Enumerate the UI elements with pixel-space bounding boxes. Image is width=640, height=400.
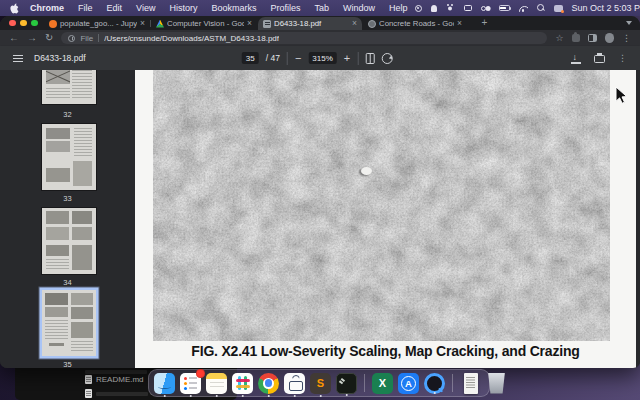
pdf-page-controls: 35 / 47 − 315% + bbox=[242, 46, 393, 70]
reload-button[interactable]: ↻ bbox=[45, 33, 53, 43]
minimize-window-button[interactable] bbox=[20, 20, 27, 27]
profile-avatar[interactable] bbox=[605, 33, 615, 43]
dock-finder-icon[interactable] bbox=[154, 373, 175, 394]
battery-icon[interactable] bbox=[499, 5, 510, 11]
apple-logo-icon[interactable] bbox=[10, 3, 19, 14]
zoom-level-input[interactable]: 315% bbox=[308, 52, 336, 64]
menu-item-profiles[interactable]: Profiles bbox=[263, 3, 307, 13]
tab-close-icon[interactable]: × bbox=[457, 19, 462, 28]
menu-item-chrome[interactable]: Chrome bbox=[23, 3, 71, 13]
macos-desktop: Chrome File Edit View History Bookmarks … bbox=[0, 0, 640, 400]
toolbar-actions: ☆ ⋮ bbox=[555, 33, 631, 43]
zoom-window-button[interactable] bbox=[31, 20, 38, 27]
tab-close-icon[interactable]: × bbox=[140, 19, 145, 28]
dock-excel-icon[interactable]: X bbox=[372, 373, 393, 394]
dock-slack-icon[interactable] bbox=[232, 373, 253, 394]
pdf-page: FIG. X2.41 Low-Severity Scaling, Map Cra… bbox=[135, 70, 636, 368]
menubar-clock[interactable]: Sun Oct 2 5:03 PM bbox=[572, 3, 640, 13]
dock-separator bbox=[452, 374, 453, 392]
dock-app-store-icon[interactable]: A bbox=[398, 373, 419, 394]
menu-item-edit[interactable]: Edit bbox=[100, 3, 130, 13]
thumbnail-label: 33 bbox=[0, 194, 135, 203]
fast-user-switch-icon[interactable] bbox=[554, 5, 563, 12]
dock-trash-icon[interactable] bbox=[486, 373, 507, 394]
pdf-title: D6433-18.pdf bbox=[34, 53, 86, 63]
chrome-window: populate_goo... - JupyterLab × Computer … bbox=[0, 16, 640, 368]
glasses-icon[interactable] bbox=[481, 6, 490, 11]
tab-strip: populate_goo... - JupyterLab × Computer … bbox=[0, 16, 640, 30]
background-file-row[interactable]: README.md bbox=[85, 375, 144, 384]
zoom-out-button[interactable]: − bbox=[295, 53, 301, 64]
tab-goodroads[interactable]: Concrete Roads - GoodRoads × bbox=[363, 17, 467, 30]
page-total-label: / 47 bbox=[266, 53, 280, 63]
page-number-input[interactable]: 35 bbox=[242, 52, 259, 64]
paw-icon[interactable] bbox=[446, 4, 455, 12]
pdf-document-icon bbox=[263, 20, 271, 28]
extension-icon[interactable] bbox=[572, 34, 580, 42]
wifi-icon[interactable] bbox=[519, 5, 528, 12]
menu-bar: Chrome File Edit View History Bookmarks … bbox=[0, 0, 640, 16]
zoom-in-button[interactable]: + bbox=[344, 53, 350, 64]
toolbar-divider bbox=[287, 52, 288, 65]
url-divider bbox=[98, 34, 99, 42]
dock-notes-icon[interactable] bbox=[206, 373, 227, 394]
close-window-button[interactable] bbox=[9, 20, 16, 27]
white-speck bbox=[361, 167, 372, 175]
dock-terminal-icon[interactable] bbox=[336, 373, 357, 394]
dock: S X A bbox=[148, 369, 490, 397]
pdf-viewport: FIG. X2.41 Low-Severity Scaling, Map Cra… bbox=[135, 70, 640, 368]
background-file-row-partial bbox=[85, 370, 147, 374]
display-icon[interactable] bbox=[464, 5, 472, 11]
address-bar[interactable]: File /Users/cnsunde/Downloads/ASTM_D6433… bbox=[61, 32, 547, 44]
page-info-icon[interactable] bbox=[68, 35, 75, 42]
tab-google-drive[interactable]: Computer Vision - Google Dri × bbox=[151, 17, 257, 30]
concrete-surface-photo bbox=[153, 70, 610, 341]
new-tab-button[interactable]: + bbox=[478, 16, 491, 29]
browser-menu-icon[interactable]: ⋮ bbox=[622, 34, 631, 43]
file-icon bbox=[85, 375, 92, 384]
google-drive-icon bbox=[156, 20, 164, 28]
tab-close-icon[interactable]: × bbox=[352, 19, 357, 28]
dock-document-icon[interactable] bbox=[460, 373, 481, 394]
menu-item-file[interactable]: File bbox=[71, 3, 100, 13]
dock-chrome-icon[interactable] bbox=[258, 373, 279, 394]
tab-close-icon[interactable]: × bbox=[247, 19, 252, 28]
pdf-more-menu-icon[interactable]: ⋮ bbox=[618, 54, 627, 63]
side-panel-icon[interactable] bbox=[588, 34, 597, 42]
dock-sublime-text-icon[interactable]: S bbox=[310, 373, 331, 394]
menu-item-history[interactable]: History bbox=[162, 3, 204, 13]
dock-quicktime-icon[interactable] bbox=[424, 373, 445, 394]
rotate-icon[interactable] bbox=[381, 53, 392, 64]
tab-jupyterlab[interactable]: populate_goo... - JupyterLab × bbox=[44, 17, 150, 30]
menu-item-help[interactable]: Help bbox=[382, 3, 415, 13]
pdf-toolbar-actions: ⋮ bbox=[571, 53, 627, 64]
menu-item-bookmarks[interactable]: Bookmarks bbox=[204, 3, 263, 13]
menu-item-tab[interactable]: Tab bbox=[307, 3, 336, 13]
thumbnail-page-33[interactable] bbox=[42, 124, 96, 190]
thumbnail-label: 34 bbox=[0, 278, 135, 287]
thumbnail-page-35-selected[interactable] bbox=[42, 290, 96, 356]
dock-reminders-icon[interactable] bbox=[180, 373, 201, 394]
record-icon[interactable] bbox=[415, 5, 422, 12]
print-icon[interactable] bbox=[594, 55, 605, 63]
menu-item-view[interactable]: View bbox=[129, 3, 162, 13]
bell-icon[interactable] bbox=[431, 5, 437, 12]
tab-search-chevron-icon[interactable] bbox=[626, 21, 632, 25]
pdf-menu-icon[interactable] bbox=[13, 55, 23, 62]
thumbnail-page-34[interactable] bbox=[42, 208, 96, 274]
window-controls bbox=[9, 20, 38, 27]
thumbnail-page-32[interactable] bbox=[42, 70, 96, 104]
bookmark-star-icon[interactable]: ☆ bbox=[555, 33, 563, 43]
dock-wireless-app-icon[interactable] bbox=[284, 373, 305, 394]
forward-button[interactable]: → bbox=[27, 33, 37, 43]
file-name-blurred bbox=[96, 392, 148, 396]
download-icon[interactable] bbox=[571, 53, 581, 64]
goodroads-icon bbox=[368, 20, 376, 28]
back-button[interactable]: ← bbox=[9, 33, 19, 43]
fit-page-icon[interactable] bbox=[365, 53, 374, 64]
pdf-thumbnail-sidebar: 32 33 34 bbox=[0, 70, 135, 368]
background-file-row-2[interactable] bbox=[85, 389, 148, 398]
spotlight-search-icon[interactable] bbox=[537, 4, 545, 12]
tab-pdf-active[interactable]: D6433-18.pdf × bbox=[258, 17, 362, 30]
menu-item-window[interactable]: Window bbox=[336, 3, 382, 13]
